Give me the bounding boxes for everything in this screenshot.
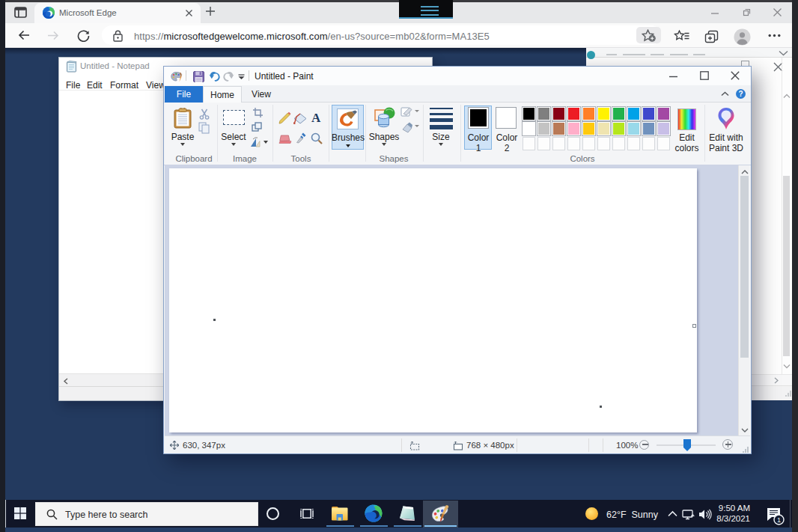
svg-text:1: 1 — [777, 516, 781, 524]
